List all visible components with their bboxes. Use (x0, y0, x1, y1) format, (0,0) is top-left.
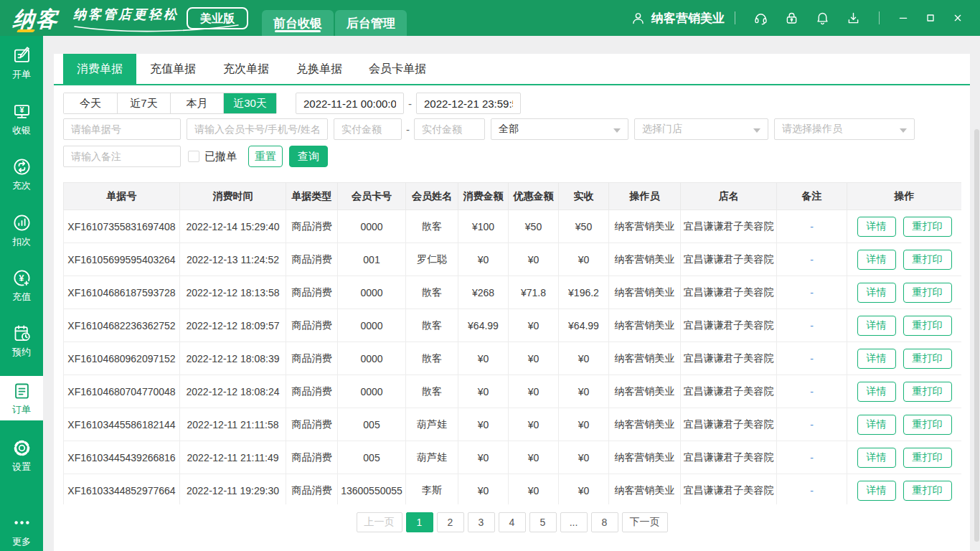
cell-discount: ¥0 (509, 243, 559, 276)
amount-max-input[interactable] (414, 118, 485, 140)
sidebar-item-billing[interactable]: 开单 (0, 43, 43, 81)
top-nav-tab-front-desk[interactable]: 前台收银 (262, 10, 334, 36)
cell-type: 商品消费 (286, 441, 338, 474)
reprint-button[interactable]: 重打印 (903, 283, 952, 303)
bill-no-input[interactable] (63, 118, 181, 140)
detail-button[interactable]: 详情 (857, 481, 896, 501)
detail-button[interactable]: 详情 (857, 250, 896, 270)
minimize-icon[interactable] (897, 12, 909, 24)
bell-icon[interactable] (815, 11, 830, 26)
sidebar-item-appointment[interactable]: 预约 (0, 321, 43, 359)
revoked-checkbox[interactable] (188, 151, 199, 162)
cell-paid: ¥0 (559, 243, 609, 276)
page-button-8[interactable]: 8 (591, 512, 618, 532)
reprint-button[interactable]: 重打印 (903, 448, 952, 468)
revoked-checkbox-label: 已撤单 (204, 150, 237, 164)
sidebar-item-orders[interactable]: 订单 (0, 376, 43, 420)
edition-badge[interactable]: 美业版 (187, 7, 248, 29)
prev-page-button[interactable]: 上一页 (357, 512, 402, 532)
cell-type: 商品消费 (286, 408, 338, 441)
cell-bill-no: XF16104680704770048 (64, 375, 180, 408)
sidebar-item-cashier[interactable]: ¥收银 (0, 99, 43, 137)
page-button-2[interactable]: 2 (437, 512, 464, 532)
svg-text:¥: ¥ (19, 105, 24, 114)
date-from-input[interactable] (296, 93, 404, 114)
page-ellipsis[interactable]: ... (560, 512, 588, 532)
cell-operator: 纳客营销美业 (609, 375, 681, 408)
detail-button[interactable]: 详情 (857, 217, 896, 237)
detail-button[interactable]: 详情 (857, 316, 896, 336)
cell-discount: ¥50 (509, 210, 559, 243)
maximize-icon[interactable] (925, 12, 936, 24)
cell-member: 散客 (406, 375, 458, 408)
quick-range-2[interactable]: 近7天 (117, 93, 170, 113)
sidebar-item-settings[interactable]: 设置 (0, 435, 43, 474)
lock-icon[interactable] (784, 11, 799, 26)
sidebar-item-more[interactable]: 更多 (0, 510, 43, 548)
cell-bill-no: XF16105699595403264 (64, 243, 180, 276)
reprint-button[interactable]: 重打印 (903, 217, 952, 237)
detail-button[interactable]: 详情 (857, 283, 896, 303)
sidebar-item-recharge[interactable]: ¥充值 (0, 265, 43, 303)
sidebar-item-recharge-times[interactable]: 充次 (0, 154, 43, 192)
detail-button[interactable]: 详情 (857, 415, 896, 435)
quick-range-1[interactable]: 今天 (64, 93, 117, 113)
search-button[interactable]: 查询 (289, 146, 328, 167)
operator-select[interactable]: 请选择操作员 (774, 118, 915, 140)
cell-actions: 详情重打印 (847, 276, 962, 309)
quick-range-4[interactable]: 近30天 (223, 93, 276, 113)
reprint-button[interactable]: 重打印 (903, 415, 952, 435)
detail-button[interactable]: 详情 (857, 382, 896, 402)
cell-time: 2022-12-11 21:11:58 (180, 408, 286, 441)
headset-icon[interactable] (753, 11, 768, 26)
cell-store: 宜昌谦谦君子美容院 (681, 309, 777, 342)
cell-type: 商品消费 (286, 342, 338, 375)
cell-store: 宜昌谦谦君子美容院 (681, 342, 777, 375)
cell-member: 散客 (406, 309, 458, 342)
store-select[interactable]: 选择门店 (634, 118, 768, 140)
reset-button[interactable]: 重置 (248, 146, 283, 167)
member-search-input[interactable] (187, 118, 328, 140)
reprint-button[interactable]: 重打印 (903, 316, 952, 336)
tab-document-4[interactable]: 兑换单据 (283, 54, 356, 84)
column-header: 消费时间 (180, 183, 286, 210)
tab-document-5[interactable]: 会员卡单据 (356, 54, 439, 84)
scrollbar-thumb[interactable] (974, 129, 979, 542)
page-button-4[interactable]: 4 (499, 512, 526, 532)
cell-operator: 纳客营销美业 (609, 210, 681, 243)
cell-member: 李斯 (406, 474, 458, 505)
cell-member: 葫芦娃 (406, 408, 458, 441)
tab-document-1[interactable]: 消费单据 (63, 54, 136, 84)
detail-button[interactable]: 详情 (857, 349, 896, 369)
page-button-5[interactable]: 5 (529, 512, 557, 532)
cell-card-no: 0000 (338, 342, 406, 375)
next-page-button[interactable]: 下一页 (622, 512, 668, 532)
sidebar-item-deduct-times[interactable]: 扣次 (0, 210, 43, 248)
user-account[interactable]: 纳客营销美业 (631, 10, 725, 27)
sidebar-item-label: 充次 (12, 179, 31, 192)
tab-document-3[interactable]: 充次单据 (209, 54, 283, 84)
page-button-1[interactable]: 1 (406, 512, 433, 532)
reprint-button[interactable]: 重打印 (903, 481, 952, 501)
download-icon[interactable] (846, 11, 861, 26)
close-icon[interactable] (952, 12, 963, 24)
date-to-input[interactable] (416, 93, 521, 114)
active-tab-underline (275, 30, 321, 32)
reprint-button[interactable]: 重打印 (903, 349, 952, 369)
quick-range-3[interactable]: 本月 (170, 93, 223, 113)
type-select[interactable]: 全部 (491, 118, 628, 140)
table-row: XF161073558316974082022-12-14 15:29:40商品… (64, 210, 962, 243)
detail-button[interactable]: 详情 (857, 448, 896, 468)
billing-icon (12, 46, 32, 65)
more-icon (12, 513, 32, 532)
tab-document-2[interactable]: 充值单据 (136, 54, 209, 84)
sidebar: 开单¥收银充次扣次¥充值预约订单设置更多 (0, 36, 43, 551)
page-button-3[interactable]: 3 (468, 512, 495, 532)
reprint-button[interactable]: 重打印 (903, 382, 952, 402)
top-nav-tab-back-office[interactable]: 后台管理 (335, 10, 407, 36)
amount-min-input[interactable] (334, 118, 402, 140)
cell-remark: - (777, 210, 847, 243)
remark-input[interactable] (63, 146, 181, 167)
cell-card-no: 13600550055 (338, 474, 406, 505)
reprint-button[interactable]: 重打印 (903, 250, 952, 270)
